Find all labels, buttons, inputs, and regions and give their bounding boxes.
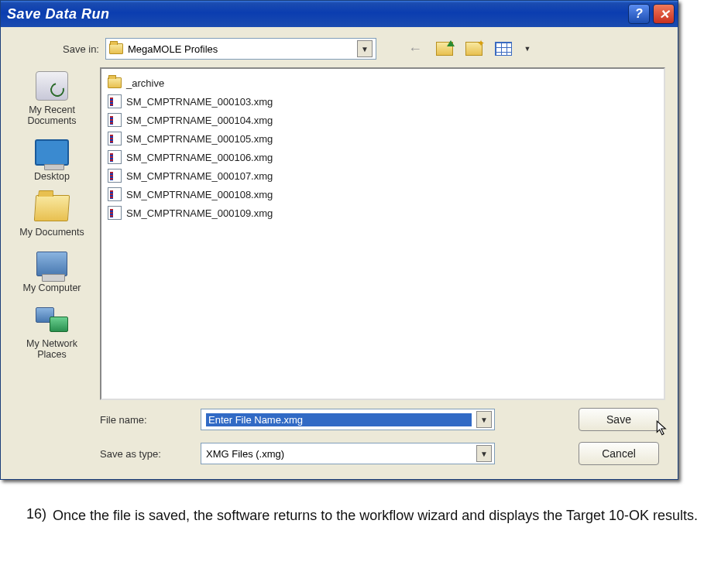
file-item[interactable]: SM_CMPTRNAME_000103.xmg xyxy=(108,92,658,111)
desktop-icon xyxy=(35,139,69,166)
titlebar: Save Data Run ? ✕ xyxy=(1,1,678,27)
save-in-value: MegaMOLE Profiles xyxy=(128,43,352,55)
chevron-down-icon[interactable]: ▼ xyxy=(357,40,373,57)
new-folder-icon xyxy=(465,42,482,56)
save-button[interactable]: Save xyxy=(579,408,659,431)
save-in-row: Save in: MegaMOLE Profiles ▼ ← ▼ xyxy=(1,38,665,60)
filetype-combo[interactable]: XMG Files (.xmg) ▼ xyxy=(201,443,495,464)
file-item[interactable]: SM_CMPTRNAME_000107.xmg xyxy=(108,166,658,185)
help-button[interactable]: ? xyxy=(628,4,650,24)
place-my-documents[interactable]: My Documents xyxy=(12,193,92,238)
xmg-file-icon xyxy=(108,187,122,201)
file-name: SM_CMPTRNAME_000108.xmg xyxy=(126,189,273,200)
file-list-pane[interactable]: _archive SM_CMPTRNAME_000103.xmg SM_CMPT… xyxy=(100,67,665,400)
filetype-label: Save as type: xyxy=(100,448,201,460)
network-places-icon xyxy=(36,307,68,332)
bottom-fields: File name: Enter File Name.xmg ▼ Save Sa… xyxy=(1,408,665,465)
xmg-file-icon xyxy=(108,206,122,220)
caption-number: 16) xyxy=(26,506,48,525)
chevron-down-icon[interactable]: ▼ xyxy=(476,411,492,428)
back-arrow-icon: ← xyxy=(408,41,422,57)
recent-documents-icon xyxy=(36,71,68,101)
xmg-file-icon xyxy=(108,132,122,146)
caption-text: Once the file is saved, the software ret… xyxy=(53,506,698,525)
file-name: SM_CMPTRNAME_000106.xmg xyxy=(126,152,273,163)
place-label: Desktop xyxy=(12,171,92,182)
place-label: My Recent Documents xyxy=(12,104,92,126)
file-item[interactable]: SM_CMPTRNAME_000108.xmg xyxy=(108,185,658,204)
views-button[interactable] xyxy=(493,39,514,59)
folder-icon xyxy=(108,77,122,88)
up-folder-button[interactable] xyxy=(434,39,455,59)
folder-item[interactable]: _archive xyxy=(108,74,658,92)
file-name: SM_CMPTRNAME_000103.xmg xyxy=(126,96,273,108)
file-name: SM_CMPTRNAME_000105.xmg xyxy=(126,133,273,145)
xmg-file-icon xyxy=(108,94,122,108)
xmg-file-icon xyxy=(108,150,122,164)
chevron-down-icon[interactable]: ▼ xyxy=(476,445,492,462)
place-my-computer[interactable]: My Computer xyxy=(12,248,92,293)
xmg-file-icon xyxy=(108,169,122,183)
dialog-title: Save Data Run xyxy=(7,6,110,22)
save-in-label: Save in: xyxy=(63,43,99,55)
file-item[interactable]: SM_CMPTRNAME_000105.xmg xyxy=(108,129,658,148)
filename-combo[interactable]: Enter File Name.xmg ▼ xyxy=(201,409,495,430)
my-documents-icon xyxy=(34,195,70,221)
places-sidebar: My Recent Documents Desktop My Documents… xyxy=(1,67,95,400)
filename-label: File name: xyxy=(100,414,201,426)
toolbar: ← ▼ xyxy=(404,39,533,59)
place-label: My Network Places xyxy=(12,338,92,360)
my-computer-icon xyxy=(36,252,67,276)
cancel-button[interactable]: Cancel xyxy=(579,442,659,465)
views-menu-arrow[interactable]: ▼ xyxy=(522,39,533,59)
main-row: My Recent Documents Desktop My Documents… xyxy=(1,67,665,400)
file-name: SM_CMPTRNAME_000109.xmg xyxy=(126,207,273,219)
up-folder-icon xyxy=(436,42,453,56)
save-in-dropdown[interactable]: MegaMOLE Profiles ▼ xyxy=(105,38,376,60)
file-name: SM_CMPTRNAME_000104.xmg xyxy=(126,115,273,126)
file-name: SM_CMPTRNAME_000107.xmg xyxy=(126,170,273,182)
new-folder-button[interactable] xyxy=(463,39,485,59)
folder-icon xyxy=(109,43,123,54)
filename-value: Enter File Name.xmg xyxy=(206,413,472,426)
file-item[interactable]: SM_CMPTRNAME_000106.xmg xyxy=(108,148,658,166)
filetype-value: XMG Files (.xmg) xyxy=(206,448,472,460)
xmg-file-icon xyxy=(108,113,122,127)
place-label: My Documents xyxy=(12,227,92,238)
place-network[interactable]: My Network Places xyxy=(12,304,92,360)
dialog-body: Save in: MegaMOLE Profiles ▼ ← ▼ My Rece… xyxy=(1,27,678,479)
back-button[interactable]: ← xyxy=(404,39,426,59)
file-item[interactable]: SM_CMPTRNAME_000104.xmg xyxy=(108,111,658,129)
views-icon xyxy=(495,42,512,56)
titlebar-buttons: ? ✕ xyxy=(628,4,675,24)
save-dialog: Save Data Run ? ✕ Save in: MegaMOLE Prof… xyxy=(0,0,678,480)
place-recent-documents[interactable]: My Recent Documents xyxy=(12,70,92,126)
file-item[interactable]: SM_CMPTRNAME_000109.xmg xyxy=(108,204,658,222)
folder-name: _archive xyxy=(126,77,164,89)
instruction-caption: 16) Once the file is saved, the software… xyxy=(0,506,728,525)
place-label: My Computer xyxy=(12,282,92,293)
place-desktop[interactable]: Desktop xyxy=(12,137,92,182)
close-icon: ✕ xyxy=(659,7,669,22)
close-button[interactable]: ✕ xyxy=(653,4,675,24)
